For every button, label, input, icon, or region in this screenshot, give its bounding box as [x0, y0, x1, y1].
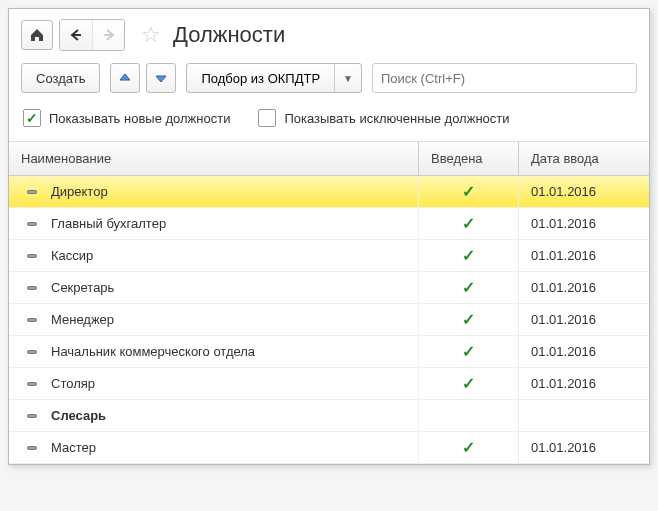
table-header: Наименование Введена Дата ввода [9, 142, 649, 176]
move-down-button[interactable] [146, 63, 176, 93]
item-icon [27, 190, 37, 194]
filter-row: Показывать новые должности Показывать ис… [9, 99, 649, 142]
cell-name: Мастер [9, 432, 419, 463]
favorite-star-icon[interactable]: ☆ [141, 22, 161, 48]
cell-date: 01.01.2016 [519, 336, 649, 367]
cell-name-text: Столяр [51, 376, 95, 391]
cell-name: Менеджер [9, 304, 419, 335]
create-button[interactable]: Создать [21, 63, 100, 93]
arrow-down-icon [154, 71, 168, 85]
cell-name-text: Директор [51, 184, 108, 199]
forward-button[interactable] [92, 20, 124, 50]
cell-date: 01.01.2016 [519, 176, 649, 207]
cell-intro: ✓ [419, 176, 519, 207]
arrow-left-icon [69, 28, 83, 42]
chevron-down-icon: ▼ [335, 73, 361, 84]
cell-name-text: Главный бухгалтер [51, 216, 166, 231]
cell-date [519, 400, 649, 431]
cell-intro: ✓ [419, 208, 519, 239]
item-icon [27, 446, 37, 450]
show-excluded-checkbox[interactable] [258, 109, 276, 127]
cell-name-text: Начальник коммерческого отдела [51, 344, 255, 359]
cell-intro: ✓ [419, 432, 519, 463]
table-row[interactable]: Менеджер✓01.01.2016 [9, 304, 649, 336]
table-row[interactable]: Столяр✓01.01.2016 [9, 368, 649, 400]
item-icon [27, 382, 37, 386]
cell-date: 01.01.2016 [519, 272, 649, 303]
cell-name: Слесарь [9, 400, 419, 431]
table-row[interactable]: Мастер✓01.01.2016 [9, 432, 649, 464]
cell-name-text: Кассир [51, 248, 93, 263]
item-icon [27, 350, 37, 354]
cell-intro: ✓ [419, 272, 519, 303]
table-row[interactable]: Кассир✓01.01.2016 [9, 240, 649, 272]
cell-date: 01.01.2016 [519, 304, 649, 335]
show-new-checkbox[interactable] [23, 109, 41, 127]
positions-table: Наименование Введена Дата ввода Директор… [9, 142, 649, 464]
pick-from-okpdtr-button[interactable]: Подбор из ОКПДТР ▼ [186, 63, 362, 93]
move-group [110, 63, 176, 93]
home-button[interactable] [21, 20, 53, 50]
arrow-up-icon [118, 71, 132, 85]
cell-date: 01.01.2016 [519, 368, 649, 399]
col-intro[interactable]: Введена [419, 142, 519, 175]
table-row[interactable]: Секретарь✓01.01.2016 [9, 272, 649, 304]
item-icon [27, 254, 37, 258]
cell-name: Начальник коммерческого отдела [9, 336, 419, 367]
show-new-label: Показывать новые должности [49, 111, 230, 126]
item-icon [27, 414, 37, 418]
table-row[interactable]: Директор✓01.01.2016 [9, 176, 649, 208]
cell-name-text: Мастер [51, 440, 96, 455]
table-row[interactable]: Начальник коммерческого отдела✓01.01.201… [9, 336, 649, 368]
item-icon [27, 318, 37, 322]
pick-label: Подбор из ОКПДТР [187, 64, 335, 92]
cell-name: Секретарь [9, 272, 419, 303]
item-icon [27, 286, 37, 290]
item-icon [27, 222, 37, 226]
cell-intro: ✓ [419, 240, 519, 271]
move-up-button[interactable] [110, 63, 140, 93]
window: ☆ Должности Создать Подбор из ОКПДТР ▼ П… [8, 8, 650, 465]
cell-name: Главный бухгалтер [9, 208, 419, 239]
arrow-right-icon [102, 28, 116, 42]
header: ☆ Должности [9, 9, 649, 57]
table-row[interactable]: Главный бухгалтер✓01.01.2016 [9, 208, 649, 240]
cell-intro: ✓ [419, 304, 519, 335]
cell-name: Столяр [9, 368, 419, 399]
search-input[interactable] [372, 63, 637, 93]
nav-group [59, 19, 125, 51]
cell-name: Директор [9, 176, 419, 207]
cell-intro: ✓ [419, 336, 519, 367]
cell-date: 01.01.2016 [519, 240, 649, 271]
toolbar: Создать Подбор из ОКПДТР ▼ [9, 57, 649, 99]
cell-name: Кассир [9, 240, 419, 271]
cell-date: 01.01.2016 [519, 432, 649, 463]
cell-intro: ✓ [419, 368, 519, 399]
show-excluded-label: Показывать исключенные должности [284, 111, 509, 126]
col-date[interactable]: Дата ввода [519, 142, 649, 175]
cell-intro [419, 400, 519, 431]
back-button[interactable] [60, 20, 92, 50]
table-body: Директор✓01.01.2016Главный бухгалтер✓01.… [9, 176, 649, 464]
cell-name-text: Секретарь [51, 280, 114, 295]
col-name[interactable]: Наименование [9, 142, 419, 175]
page-title: Должности [173, 22, 285, 48]
cell-date: 01.01.2016 [519, 208, 649, 239]
table-row[interactable]: Слесарь [9, 400, 649, 432]
home-icon [29, 27, 45, 43]
cell-name-text: Слесарь [51, 408, 106, 423]
cell-name-text: Менеджер [51, 312, 114, 327]
